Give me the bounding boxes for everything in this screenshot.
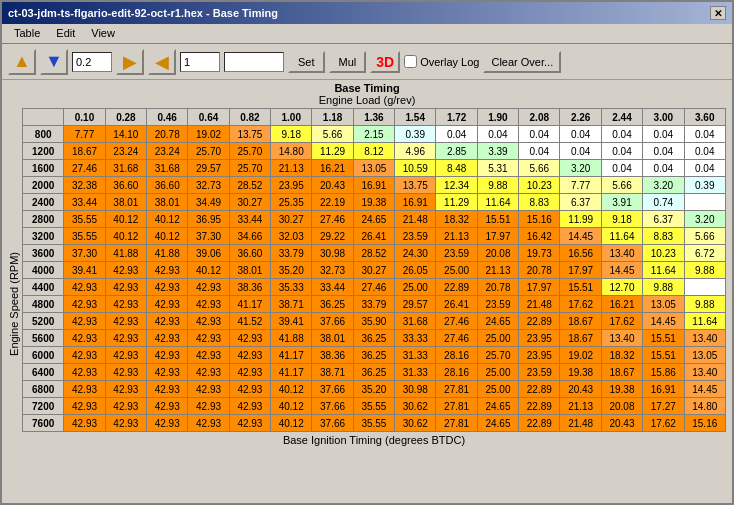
table-cell[interactable]: 16.21 <box>312 160 353 177</box>
table-cell[interactable]: 14.45 <box>560 228 601 245</box>
table-cell[interactable]: 38.71 <box>312 364 353 381</box>
table-cell[interactable]: 11.64 <box>643 262 684 279</box>
table-cell[interactable]: 13.40 <box>601 245 642 262</box>
table-cell[interactable]: 42.93 <box>147 398 188 415</box>
table-cell[interactable]: 17.97 <box>560 262 601 279</box>
table-cell[interactable]: 20.43 <box>560 381 601 398</box>
table-cell[interactable]: 42.93 <box>105 381 146 398</box>
table-cell[interactable]: 27.46 <box>436 313 477 330</box>
table-cell[interactable]: 13.40 <box>684 330 726 347</box>
table-cell[interactable]: 13.05 <box>353 160 394 177</box>
table-cell[interactable]: 35.55 <box>353 415 394 432</box>
table-cell[interactable]: 0.04 <box>684 160 726 177</box>
table-cell[interactable]: 28.16 <box>436 347 477 364</box>
table-cell[interactable]: 16.42 <box>519 228 560 245</box>
table-cell[interactable]: 42.93 <box>147 415 188 432</box>
table-cell[interactable]: 42.93 <box>64 398 105 415</box>
table-cell[interactable]: 33.33 <box>395 330 436 347</box>
table-cell[interactable]: 30.27 <box>271 211 312 228</box>
table-cell[interactable]: 41.52 <box>229 313 270 330</box>
table-cell[interactable]: 23.24 <box>105 143 146 160</box>
clear-button[interactable]: Clear Over... <box>483 51 561 73</box>
table-cell[interactable]: 38.71 <box>271 296 312 313</box>
table-cell[interactable]: 36.25 <box>353 364 394 381</box>
table-cell[interactable]: 25.70 <box>477 347 518 364</box>
table-cell[interactable]: 36.60 <box>147 177 188 194</box>
table-cell[interactable]: 25.00 <box>477 330 518 347</box>
table-cell[interactable]: 34.49 <box>188 194 229 211</box>
table-cell[interactable]: 42.93 <box>147 296 188 313</box>
table-cell[interactable]: 41.17 <box>271 364 312 381</box>
table-cell[interactable]: 38.36 <box>312 347 353 364</box>
table-cell[interactable]: 9.18 <box>601 211 642 228</box>
table-cell[interactable]: 14.80 <box>684 398 726 415</box>
table-cell[interactable]: 23.24 <box>147 143 188 160</box>
table-cell[interactable]: 38.36 <box>229 279 270 296</box>
table-cell[interactable]: 25.00 <box>395 279 436 296</box>
table-cell[interactable]: 23.59 <box>477 296 518 313</box>
table-cell[interactable]: 33.44 <box>312 279 353 296</box>
table-cell[interactable]: 20.43 <box>601 415 642 432</box>
table-cell[interactable]: 14.10 <box>105 126 146 143</box>
table-cell[interactable]: 0.39 <box>395 126 436 143</box>
table-cell[interactable]: 42.93 <box>229 347 270 364</box>
table-cell[interactable]: 39.41 <box>271 313 312 330</box>
table-cell[interactable]: 42.93 <box>64 415 105 432</box>
table-cell[interactable]: 26.05 <box>395 262 436 279</box>
table-cell[interactable]: 42.93 <box>188 313 229 330</box>
table-cell[interactable]: 13.40 <box>601 330 642 347</box>
table-cell[interactable]: 21.13 <box>560 398 601 415</box>
table-cell[interactable]: 0.04 <box>519 143 560 160</box>
table-cell[interactable]: 15.86 <box>643 364 684 381</box>
table-cell[interactable]: 42.93 <box>105 364 146 381</box>
table-cell[interactable]: 42.93 <box>188 381 229 398</box>
table-cell[interactable]: 42.93 <box>105 262 146 279</box>
table-cell[interactable]: 0.04 <box>560 143 601 160</box>
table-cell[interactable]: 28.16 <box>436 364 477 381</box>
table-cell[interactable]: 28.52 <box>229 177 270 194</box>
table-cell[interactable]: 42.93 <box>229 381 270 398</box>
table-cell[interactable]: 37.66 <box>312 381 353 398</box>
table-cell[interactable]: 16.21 <box>601 296 642 313</box>
table-cell[interactable]: 42.93 <box>147 313 188 330</box>
table-cell[interactable]: 0.04 <box>601 143 642 160</box>
table-cell[interactable]: 22.89 <box>519 381 560 398</box>
table-cell[interactable]: 18.67 <box>560 330 601 347</box>
table-cell[interactable]: 41.17 <box>271 347 312 364</box>
table-cell[interactable]: 23.59 <box>395 228 436 245</box>
table-cell[interactable]: 21.48 <box>395 211 436 228</box>
table-cell[interactable]: 42.93 <box>105 347 146 364</box>
table-cell[interactable]: 15.51 <box>477 211 518 228</box>
table-cell[interactable]: 22.89 <box>519 398 560 415</box>
table-cell[interactable]: 42.93 <box>64 381 105 398</box>
table-cell[interactable]: 31.33 <box>395 364 436 381</box>
table-cell[interactable]: 21.13 <box>271 160 312 177</box>
table-cell[interactable]: 17.27 <box>643 398 684 415</box>
table-cell[interactable]: 23.59 <box>519 364 560 381</box>
table-cell[interactable]: 21.13 <box>436 228 477 245</box>
menu-table[interactable]: Table <box>6 26 48 41</box>
table-cell[interactable]: 35.20 <box>271 262 312 279</box>
table-cell[interactable]: 40.12 <box>147 228 188 245</box>
table-cell[interactable]: 38.01 <box>147 194 188 211</box>
table-cell[interactable]: 33.44 <box>229 211 270 228</box>
table-cell[interactable]: 42.93 <box>105 279 146 296</box>
table-cell[interactable]: 5.31 <box>477 160 518 177</box>
table-cell[interactable]: 28.52 <box>353 245 394 262</box>
table-cell[interactable]: 35.20 <box>353 381 394 398</box>
table-cell[interactable]: 2.85 <box>436 143 477 160</box>
table-cell[interactable]: 19.38 <box>601 381 642 398</box>
table-cell[interactable]: 30.27 <box>229 194 270 211</box>
table-cell[interactable]: 8.48 <box>436 160 477 177</box>
table-cell[interactable]: 22.19 <box>312 194 353 211</box>
table-cell[interactable]: 20.08 <box>601 398 642 415</box>
table-cell[interactable]: 13.75 <box>395 177 436 194</box>
table-cell[interactable]: 42.93 <box>147 262 188 279</box>
table-cell[interactable]: 36.25 <box>353 330 394 347</box>
table-cell[interactable]: 20.43 <box>312 177 353 194</box>
table-cell[interactable]: 12.70 <box>601 279 642 296</box>
table-cell[interactable]: 9.18 <box>271 126 312 143</box>
table-cell[interactable]: 37.66 <box>312 398 353 415</box>
table-cell[interactable]: 29.57 <box>188 160 229 177</box>
table-cell[interactable]: 37.30 <box>64 245 105 262</box>
